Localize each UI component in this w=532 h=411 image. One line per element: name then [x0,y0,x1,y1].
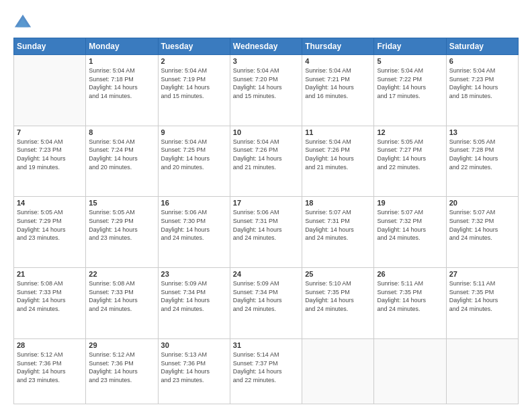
calendar-cell [446,338,518,404]
day-number: 10 [233,128,299,136]
header [13,12,519,31]
day-info: Sunrise: 5:04 AM Sunset: 7:25 PM Dayligh… [161,138,227,171]
day-info: Sunrise: 5:06 AM Sunset: 7:30 PM Dayligh… [161,208,227,242]
calendar-cell: 24Sunrise: 5:09 AM Sunset: 7:34 PM Dayli… [230,268,302,339]
weekday-header-tuesday: Tuesday [158,38,230,55]
day-info: Sunrise: 5:08 AM Sunset: 7:33 PM Dayligh… [89,279,154,313]
day-info: Sunrise: 5:10 AM Sunset: 7:35 PM Dayligh… [305,279,371,313]
day-number: 15 [89,199,154,207]
day-info: Sunrise: 5:04 AM Sunset: 7:18 PM Dayligh… [89,66,154,100]
week-row-5: 28Sunrise: 5:12 AM Sunset: 7:36 PM Dayli… [14,338,519,404]
calendar-cell [374,338,446,404]
day-info: Sunrise: 5:05 AM Sunset: 7:29 PM Dayligh… [89,208,154,242]
week-row-3: 14Sunrise: 5:05 AM Sunset: 7:29 PM Dayli… [14,197,519,268]
calendar-cell: 21Sunrise: 5:08 AM Sunset: 7:33 PM Dayli… [14,268,86,339]
day-number: 6 [449,57,515,65]
day-number: 7 [17,128,83,136]
weekday-header-sunday: Sunday [14,38,86,55]
day-info: Sunrise: 5:05 AM Sunset: 7:27 PM Dayligh… [377,138,443,171]
day-info: Sunrise: 5:07 AM Sunset: 7:32 PM Dayligh… [377,208,443,242]
calendar-cell: 31Sunrise: 5:14 AM Sunset: 7:37 PM Dayli… [230,338,302,404]
calendar-cell: 27Sunrise: 5:11 AM Sunset: 7:35 PM Dayli… [446,268,518,339]
day-info: Sunrise: 5:04 AM Sunset: 7:19 PM Dayligh… [161,66,227,100]
day-info: Sunrise: 5:04 AM Sunset: 7:26 PM Dayligh… [233,138,299,171]
calendar-cell: 13Sunrise: 5:05 AM Sunset: 7:28 PM Dayli… [446,126,518,197]
calendar-cell: 23Sunrise: 5:09 AM Sunset: 7:34 PM Dayli… [158,268,230,339]
calendar-cell: 17Sunrise: 5:06 AM Sunset: 7:31 PM Dayli… [230,197,302,268]
day-number: 12 [377,128,443,136]
calendar-cell: 16Sunrise: 5:06 AM Sunset: 7:30 PM Dayli… [158,197,230,268]
day-number: 4 [305,57,371,65]
day-number: 22 [89,270,154,278]
day-info: Sunrise: 5:12 AM Sunset: 7:36 PM Dayligh… [89,351,154,384]
calendar-cell: 15Sunrise: 5:05 AM Sunset: 7:29 PM Dayli… [86,197,158,268]
day-number: 23 [161,270,227,278]
weekday-header-friday: Friday [374,38,446,55]
day-info: Sunrise: 5:04 AM Sunset: 7:26 PM Dayligh… [305,138,371,171]
day-info: Sunrise: 5:09 AM Sunset: 7:34 PM Dayligh… [161,279,227,313]
week-row-4: 21Sunrise: 5:08 AM Sunset: 7:33 PM Dayli… [14,268,519,339]
calendar-cell: 3Sunrise: 5:04 AM Sunset: 7:20 PM Daylig… [230,55,302,126]
weekday-header-row: SundayMondayTuesdayWednesdayThursdayFrid… [14,38,519,55]
calendar-cell: 6Sunrise: 5:04 AM Sunset: 7:23 PM Daylig… [446,55,518,126]
calendar-cell [302,338,374,404]
day-number: 26 [377,270,443,278]
calendar-cell: 7Sunrise: 5:04 AM Sunset: 7:23 PM Daylig… [14,126,86,197]
day-number: 11 [305,128,371,136]
day-info: Sunrise: 5:04 AM Sunset: 7:23 PM Dayligh… [449,66,515,100]
day-info: Sunrise: 5:13 AM Sunset: 7:36 PM Dayligh… [161,351,227,384]
day-number: 16 [161,199,227,207]
day-number: 1 [89,57,154,65]
day-info: Sunrise: 5:05 AM Sunset: 7:29 PM Dayligh… [17,208,83,242]
day-number: 25 [305,270,371,278]
calendar-cell: 25Sunrise: 5:10 AM Sunset: 7:35 PM Dayli… [302,268,374,339]
calendar-cell: 5Sunrise: 5:04 AM Sunset: 7:22 PM Daylig… [374,55,446,126]
day-info: Sunrise: 5:11 AM Sunset: 7:35 PM Dayligh… [449,279,515,313]
calendar-cell [14,55,86,126]
week-row-1: 1Sunrise: 5:04 AM Sunset: 7:18 PM Daylig… [14,55,519,126]
day-info: Sunrise: 5:14 AM Sunset: 7:37 PM Dayligh… [233,351,299,384]
calendar-cell: 10Sunrise: 5:04 AM Sunset: 7:26 PM Dayli… [230,126,302,197]
day-info: Sunrise: 5:12 AM Sunset: 7:36 PM Dayligh… [17,351,83,384]
calendar-cell: 9Sunrise: 5:04 AM Sunset: 7:25 PM Daylig… [158,126,230,197]
day-info: Sunrise: 5:08 AM Sunset: 7:33 PM Dayligh… [17,279,83,313]
day-info: Sunrise: 5:06 AM Sunset: 7:31 PM Dayligh… [233,208,299,242]
day-number: 28 [17,341,83,349]
calendar-cell: 4Sunrise: 5:04 AM Sunset: 7:21 PM Daylig… [302,55,374,126]
calendar-cell: 28Sunrise: 5:12 AM Sunset: 7:36 PM Dayli… [14,338,86,404]
calendar-cell: 26Sunrise: 5:11 AM Sunset: 7:35 PM Dayli… [374,268,446,339]
day-number: 17 [233,199,299,207]
day-number: 13 [449,128,515,136]
day-number: 5 [377,57,443,65]
calendar-cell: 2Sunrise: 5:04 AM Sunset: 7:19 PM Daylig… [158,55,230,126]
logo [13,12,35,31]
calendar-cell: 20Sunrise: 5:07 AM Sunset: 7:32 PM Dayli… [446,197,518,268]
calendar-cell: 11Sunrise: 5:04 AM Sunset: 7:26 PM Dayli… [302,126,374,197]
day-number: 8 [89,128,154,136]
day-number: 2 [161,57,227,65]
day-info: Sunrise: 5:04 AM Sunset: 7:24 PM Dayligh… [89,138,154,171]
calendar-cell: 12Sunrise: 5:05 AM Sunset: 7:27 PM Dayli… [374,126,446,197]
day-info: Sunrise: 5:04 AM Sunset: 7:22 PM Dayligh… [377,66,443,100]
day-number: 27 [449,270,515,278]
day-info: Sunrise: 5:04 AM Sunset: 7:21 PM Dayligh… [305,66,371,100]
weekday-header-thursday: Thursday [302,38,374,55]
day-number: 24 [233,270,299,278]
day-number: 19 [377,199,443,207]
day-number: 3 [233,57,299,65]
calendar-cell: 19Sunrise: 5:07 AM Sunset: 7:32 PM Dayli… [374,197,446,268]
calendar-cell: 22Sunrise: 5:08 AM Sunset: 7:33 PM Dayli… [86,268,158,339]
calendar-cell: 1Sunrise: 5:04 AM Sunset: 7:18 PM Daylig… [86,55,158,126]
calendar-cell: 29Sunrise: 5:12 AM Sunset: 7:36 PM Dayli… [86,338,158,404]
calendar-cell: 30Sunrise: 5:13 AM Sunset: 7:36 PM Dayli… [158,338,230,404]
weekday-header-monday: Monday [86,38,158,55]
logo-icon [13,12,32,31]
day-info: Sunrise: 5:04 AM Sunset: 7:20 PM Dayligh… [233,66,299,100]
day-number: 30 [161,341,227,349]
day-number: 20 [449,199,515,207]
calendar-cell: 18Sunrise: 5:07 AM Sunset: 7:31 PM Dayli… [302,197,374,268]
day-info: Sunrise: 5:11 AM Sunset: 7:35 PM Dayligh… [377,279,443,313]
day-info: Sunrise: 5:09 AM Sunset: 7:34 PM Dayligh… [233,279,299,313]
calendar-cell: 8Sunrise: 5:04 AM Sunset: 7:24 PM Daylig… [86,126,158,197]
day-info: Sunrise: 5:07 AM Sunset: 7:32 PM Dayligh… [449,208,515,242]
